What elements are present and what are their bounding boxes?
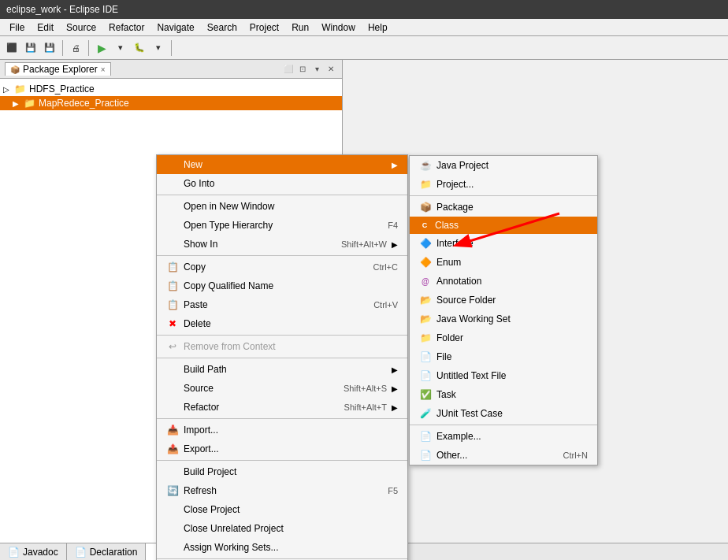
tree-item-hdfs[interactable]: ▷ 📁 HDFS_Practice (0, 82, 342, 96)
ctx-build-path-label: Build Path (184, 364, 387, 375)
sub-source-folder-label: Source Folder (436, 295, 588, 306)
sub-example[interactable]: 📄 Example... (410, 427, 597, 446)
sub-interface[interactable]: 🔷 Interface (410, 234, 597, 253)
ctx-open-window-label: Open in New Window (184, 201, 398, 212)
sub-other-label: Other... (436, 450, 559, 461)
sub-package[interactable]: 📦 Package (410, 198, 597, 217)
sub-java-working-set[interactable]: 📂 Java Working Set (410, 310, 597, 328)
package-explorer-label: Package Explorer (23, 64, 98, 75)
menu-project[interactable]: Project (243, 20, 285, 35)
menu-file[interactable]: File (3, 20, 31, 35)
ctx-copy-qualified[interactable]: 📋 Copy Qualified Name (157, 276, 407, 295)
menu-run[interactable]: Run (285, 20, 315, 35)
ctx-paste[interactable]: 📋 Paste Ctrl+V (157, 295, 407, 314)
ctx-sep5 (157, 418, 407, 419)
menu-source[interactable]: Source (60, 20, 102, 35)
ctx-assign-working-label: Assign Working Sets... (184, 542, 398, 553)
toolbar-print-btn[interactable]: 🖨 (67, 39, 84, 57)
toolbar-save-btn[interactable]: 💾 (22, 39, 39, 57)
ctx-build-path[interactable]: Build Path ▶ (157, 360, 407, 379)
hdfs-label: HDFS_Practice (29, 83, 95, 95)
sub-other[interactable]: 📄 Other... Ctrl+N (410, 446, 597, 465)
ctx-source-icon (166, 382, 179, 395)
maximize-btn[interactable]: ⊡ (296, 63, 309, 76)
ctx-refactor[interactable]: Refactor Shift+Alt+T ▶ (157, 398, 407, 417)
ctx-remove-context-label: Remove from Context (184, 341, 398, 352)
sub-task[interactable]: ✅ Task (410, 385, 597, 404)
minimize-btn[interactable]: ⬜ (282, 63, 295, 76)
ctx-show-in-shortcut: Shift+Alt+W (341, 239, 387, 249)
sub-package-icon: 📦 (419, 201, 432, 213)
sub-folder[interactable]: 📁 Folder (410, 328, 597, 347)
ctx-export-icon: 📤 (166, 443, 179, 455)
ctx-source[interactable]: Source Shift+Alt+S ▶ (157, 379, 407, 398)
ctx-new-arrow: ▶ (392, 161, 398, 169)
bottom-tab-declaration[interactable]: 📄 Declaration (67, 543, 147, 560)
sub-context-menu: ☕ Java Project 📁 Project... 📦 Package C … (409, 155, 598, 465)
menu-edit[interactable]: Edit (31, 20, 60, 35)
hdfs-expand-icon: ▷ (3, 85, 11, 94)
sub-enum-label: Enum (436, 257, 588, 268)
sub-project[interactable]: 📁 Project... (410, 175, 597, 194)
ctx-build-project[interactable]: Build Project (157, 462, 407, 481)
sub-untitled-text-label: Untitled Text File (436, 370, 588, 381)
menu-search[interactable]: Search (201, 20, 243, 35)
package-explorer-close[interactable]: × (101, 65, 106, 74)
menu-window[interactable]: Window (315, 20, 362, 35)
sub-annotation-label: Annotation (436, 276, 588, 287)
ctx-assign-working[interactable]: Assign Working Sets... (157, 538, 407, 557)
ctx-import[interactable]: 📥 Import... (157, 421, 407, 439)
ctx-go-into[interactable]: Go Into (157, 174, 407, 193)
declaration-icon: 📄 (75, 547, 87, 558)
toolbar: ⬛ 💾 💾 🖨 ▶ ▾ 🐛 ▾ (0, 36, 728, 60)
sub-class[interactable]: C Class (410, 217, 597, 234)
javadoc-icon: 📄 (8, 547, 20, 558)
sub-project-label: Project... (436, 179, 588, 190)
sub-annotation[interactable]: @ Annotation (410, 272, 597, 291)
sub-java-project[interactable]: ☕ Java Project (410, 156, 597, 175)
ctx-delete-label: Delete (184, 318, 398, 329)
sub-java-working-set-label: Java Working Set (436, 313, 588, 325)
ctx-sep4 (157, 358, 407, 358)
ctx-remove-context-icon: ↩ (166, 340, 179, 353)
ctx-refresh[interactable]: 🔄 Refresh F5 (157, 481, 407, 500)
menu-refactor[interactable]: Refactor (102, 20, 150, 35)
ctx-build-path-icon (166, 363, 179, 376)
bottom-tab-javadoc[interactable]: 📄 Javadoc (0, 543, 67, 560)
close-btn[interactable]: ✕ (325, 63, 337, 76)
toolbar-debug-btn[interactable]: 🐛 (131, 39, 148, 57)
sub-file[interactable]: 📄 File (410, 347, 597, 366)
ctx-copy[interactable]: 📋 Copy Ctrl+C (157, 258, 407, 276)
ctx-open-hierarchy[interactable]: Open Type Hierarchy F4 (157, 216, 407, 235)
ctx-close-unrelated[interactable]: Close Unrelated Project (157, 519, 407, 538)
ctx-delete[interactable]: ✖ Delete (157, 314, 407, 333)
ctx-new[interactable]: New ▶ (157, 155, 407, 174)
menu-navigate[interactable]: Navigate (150, 20, 200, 35)
view-menu-btn[interactable]: ▾ (310, 63, 323, 76)
sub-enum[interactable]: 🔶 Enum (410, 253, 597, 272)
ctx-show-in[interactable]: Show In Shift+Alt+W ▶ (157, 235, 407, 254)
toolbar-run-dropdown[interactable]: ▾ (112, 39, 129, 57)
menu-help[interactable]: Help (362, 20, 394, 35)
ctx-show-in-label: Show In (184, 239, 336, 250)
sub-junit[interactable]: 🧪 JUnit Test Case (410, 404, 597, 423)
mapreduce-expand-icon: ▶ (13, 99, 20, 108)
tree-item-mapreduce[interactable]: ▶ 📁 MapRedece_Practice (0, 96, 342, 110)
toolbar-new-btn[interactable]: ⬛ (3, 39, 20, 57)
main-layout: 📦 Package Explorer × ⬜ ⊡ ▾ ✕ ▷ 📁 HDFS_Pr… (0, 60, 728, 543)
toolbar-save-all-btn[interactable]: 💾 (41, 39, 58, 57)
menu-bar: File Edit Source Refactor Navigate Searc… (0, 19, 728, 36)
ctx-open-hierarchy-label: Open Type Hierarchy (184, 220, 383, 231)
package-explorer-tab[interactable]: 📦 Package Explorer × (5, 62, 111, 76)
toolbar-run-btn[interactable]: ▶ (93, 39, 110, 57)
ctx-close-project[interactable]: Close Project (157, 500, 407, 519)
sub-junit-icon: 🧪 (419, 407, 432, 420)
sub-source-folder[interactable]: 📂 Source Folder (410, 291, 597, 310)
sub-untitled-text[interactable]: 📄 Untitled Text File (410, 366, 597, 385)
ctx-export[interactable]: 📤 Export... (157, 439, 407, 458)
sub-task-label: Task (436, 389, 588, 400)
toolbar-debug-dropdown[interactable]: ▾ (150, 39, 167, 57)
sub-enum-icon: 🔶 (419, 256, 432, 269)
ctx-copy-label: Copy (184, 261, 369, 273)
ctx-open-window[interactable]: Open in New Window (157, 197, 407, 216)
